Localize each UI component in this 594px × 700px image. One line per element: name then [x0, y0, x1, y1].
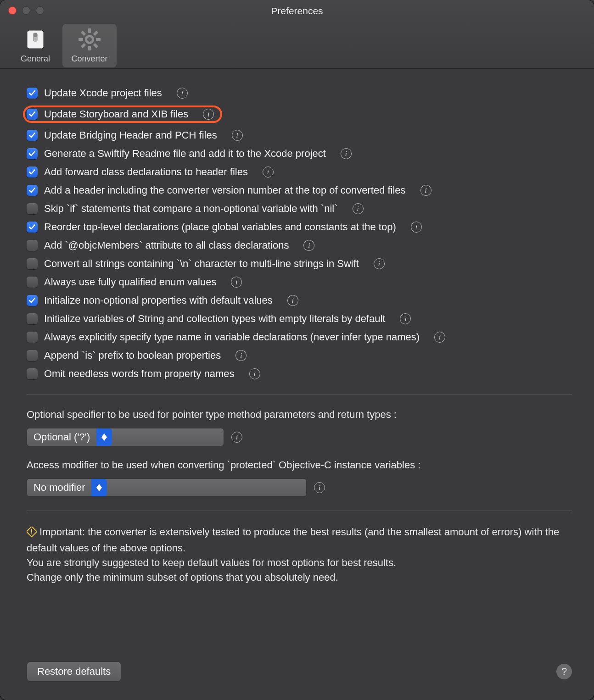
option-checkbox[interactable]: [27, 185, 38, 196]
help-button[interactable]: ?: [556, 664, 572, 679]
optional-specifier-row: Optional ('?') i: [27, 428, 572, 446]
chevron-updown-icon: [91, 479, 107, 496]
option-checkbox[interactable]: [27, 258, 38, 269]
svg-point-12: [87, 37, 92, 42]
option-checkbox[interactable]: [27, 295, 38, 306]
toolbar-item-converter[interactable]: Converter: [62, 24, 117, 67]
separator: [27, 394, 572, 395]
option-checkbox[interactable]: [27, 203, 38, 214]
svg-rect-9: [81, 43, 86, 48]
optional-specifier-label: Optional specifier to be used for pointe…: [27, 409, 572, 421]
option-checkbox[interactable]: [27, 88, 38, 99]
option-label: Add forward class declarations to header…: [44, 166, 248, 178]
option-row: Append `is` prefix to boolean properties…: [27, 349, 572, 362]
option-checkbox[interactable]: [27, 148, 38, 159]
option-row: Skip `if` statements that compare a non-…: [27, 202, 572, 216]
option-label: Initialize variables of String and colle…: [44, 313, 385, 325]
window-title: Preferences: [0, 6, 594, 17]
footer: Restore defaults ?: [27, 661, 572, 682]
option-row: Initialize non-optional properties with …: [27, 294, 572, 307]
svg-rect-10: [81, 31, 86, 36]
info-icon[interactable]: i: [353, 203, 364, 214]
info-icon[interactable]: i: [303, 240, 314, 251]
info-icon[interactable]: i: [231, 432, 242, 443]
svg-rect-2: [34, 33, 37, 37]
option-row: Update Bridging Header and PCH filesi: [27, 128, 572, 142]
option-row: Always explicitly specify type name in v…: [27, 330, 572, 344]
option-label: Reorder top-level declarations (place gl…: [44, 221, 396, 233]
option-checkbox[interactable]: [27, 240, 38, 251]
option-row: Add a header including the converter ver…: [27, 183, 572, 197]
info-icon[interactable]: i: [400, 313, 411, 324]
info-icon[interactable]: i: [177, 88, 188, 99]
option-row: Omit needless words from property namesi: [27, 367, 572, 381]
option-checkbox[interactable]: [27, 350, 38, 361]
svg-marker-16: [96, 488, 102, 491]
content: Update Xcode project filesiUpdate Storyb…: [0, 69, 594, 700]
option-row: Add forward class declarations to header…: [27, 165, 572, 179]
option-label: Initialize non-optional properties with …: [44, 294, 273, 306]
info-icon[interactable]: i: [314, 482, 325, 493]
toolbar-item-label: Converter: [71, 54, 107, 63]
option-checkbox[interactable]: [27, 277, 38, 288]
option-label: Add a header including the converter ver…: [44, 184, 406, 196]
info-icon[interactable]: i: [420, 185, 431, 196]
access-modifier-label: Access modifier to be used when converti…: [27, 459, 572, 471]
access-modifier-select[interactable]: No modifier: [27, 478, 307, 497]
option-label: Update Bridging Header and PCH files: [44, 129, 217, 141]
switch-icon: [22, 27, 48, 52]
option-label: Append `is` prefix to boolean properties: [44, 350, 221, 361]
access-modifier-row: No modifier i: [27, 478, 572, 497]
info-icon[interactable]: i: [232, 130, 243, 141]
option-row: Reorder top-level declarations (place gl…: [27, 220, 572, 234]
toolbar-item-label: General: [21, 54, 50, 63]
option-checkbox[interactable]: [27, 368, 38, 379]
info-icon[interactable]: i: [263, 167, 274, 178]
option-label: Convert all strings containing `\n` char…: [44, 258, 359, 270]
gear-icon: [77, 27, 102, 52]
toolbar-item-general[interactable]: General: [8, 24, 62, 67]
svg-rect-6: [78, 38, 83, 41]
info-icon[interactable]: i: [231, 277, 242, 288]
info-icon[interactable]: i: [249, 368, 260, 379]
note-line2: You are strongly suggested to keep defau…: [27, 557, 396, 568]
svg-rect-11: [93, 43, 98, 48]
info-icon[interactable]: i: [203, 109, 214, 120]
svg-rect-4: [88, 28, 91, 33]
svg-marker-14: [101, 437, 107, 441]
option-checkbox[interactable]: [27, 313, 38, 324]
svg-marker-13: [101, 433, 107, 437]
note-line3: Change only the minimum subset of option…: [27, 572, 338, 583]
option-checkbox[interactable]: [27, 130, 38, 141]
option-label: Update Storyboard and XIB files: [44, 108, 188, 120]
select-value: Optional ('?'): [34, 431, 90, 443]
option-checkbox[interactable]: [27, 222, 38, 233]
svg-rect-5: [88, 46, 91, 50]
svg-rect-18: [31, 529, 32, 533]
separator: [27, 511, 572, 511]
option-row: Update Storyboard and XIB filesi: [27, 105, 572, 124]
toolbar: General Converter: [8, 24, 117, 67]
titlebar: Preferences General Converter: [0, 0, 594, 69]
option-checkbox[interactable]: [27, 109, 38, 120]
highlighted-option: Update Storyboard and XIB filesi: [23, 106, 222, 123]
info-icon[interactable]: i: [235, 350, 247, 361]
info-icon[interactable]: i: [434, 332, 445, 343]
warning-icon: [27, 526, 37, 541]
option-row: Convert all strings containing `\n` char…: [27, 257, 572, 271]
option-row: Initialize variables of String and colle…: [27, 312, 572, 326]
option-checkbox[interactable]: [27, 167, 38, 178]
optional-specifier-select[interactable]: Optional ('?'): [27, 428, 224, 446]
restore-defaults-button[interactable]: Restore defaults: [27, 661, 121, 682]
svg-marker-15: [96, 484, 102, 488]
option-row: Update Xcode project filesi: [27, 86, 572, 100]
info-icon[interactable]: i: [341, 148, 352, 159]
option-label: Generate a Swiftify Readme file and add …: [44, 148, 326, 160]
info-icon[interactable]: i: [411, 222, 422, 233]
select-value: No modifier: [34, 482, 85, 494]
info-icon[interactable]: i: [287, 295, 298, 306]
option-checkbox[interactable]: [27, 332, 38, 343]
option-label: Update Xcode project files: [44, 87, 162, 99]
info-icon[interactable]: i: [374, 258, 385, 269]
option-label: Always explicitly specify type name in v…: [44, 331, 420, 343]
